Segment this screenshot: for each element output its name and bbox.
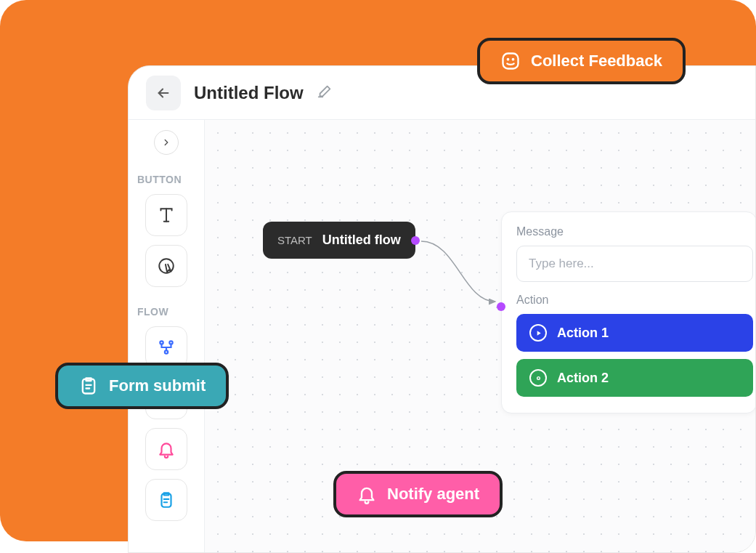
sidebar-item-form[interactable]	[145, 479, 187, 521]
pencil-icon	[317, 84, 333, 100]
flow-title: Untitled Flow	[194, 83, 304, 103]
message-label: Message	[516, 225, 753, 238]
action-1-label: Action 1	[557, 326, 609, 341]
sidebar-item-text[interactable]	[145, 194, 187, 236]
sidebar-collapse-button[interactable]	[154, 130, 179, 155]
chip-label: Collect Feedback	[531, 52, 662, 70]
sidebar-item-notify[interactable]	[145, 428, 187, 470]
action-2-button[interactable]: Action 2	[516, 359, 753, 397]
smiley-icon	[500, 51, 521, 71]
notify-agent-chip[interactable]: Notify agent	[333, 471, 503, 517]
sidebar-item-cursor[interactable]	[145, 245, 187, 287]
back-button[interactable]	[146, 76, 181, 110]
edit-title-button[interactable]	[317, 84, 333, 102]
connector-line	[420, 240, 500, 312]
action-label: Action	[516, 294, 753, 307]
chip-label: Form submit	[109, 376, 206, 395]
chip-label: Notify agent	[387, 485, 479, 504]
node-output-port[interactable]	[411, 236, 420, 245]
svg-rect-9	[503, 54, 519, 69]
chevron-right-icon	[161, 137, 171, 148]
form-submit-chip[interactable]: Form submit	[55, 363, 229, 409]
target-icon	[529, 369, 547, 387]
start-node[interactable]: START Untitled flow	[263, 222, 415, 259]
bell-icon	[357, 484, 377, 504]
arrow-left-icon	[155, 85, 171, 101]
start-tag: START	[277, 234, 312, 246]
action-1-button[interactable]: Action 1	[516, 314, 753, 352]
cursor-icon	[157, 257, 176, 275]
svg-point-11	[513, 59, 513, 60]
sidebar-section-flow: FLOW	[137, 306, 195, 318]
sidebar: BUTTON FLOW	[129, 120, 205, 552]
action-2-label: Action 2	[557, 371, 609, 386]
text-icon	[157, 206, 176, 225]
sidebar-section-button: BUTTON	[137, 174, 195, 185]
svg-point-8	[537, 376, 540, 379]
message-action-panel[interactable]: Message Action Action 1 Action 2	[501, 211, 756, 413]
play-icon	[529, 324, 547, 342]
clipboard-icon	[157, 491, 176, 509]
node-input-port[interactable]	[497, 302, 505, 311]
collect-feedback-chip[interactable]: Collect Feedback	[477, 38, 686, 84]
bell-icon	[157, 440, 176, 459]
start-flow-name: Untitled flow	[322, 233, 401, 248]
clipboard-icon	[78, 376, 99, 396]
message-input[interactable]	[516, 246, 753, 282]
svg-point-10	[508, 59, 508, 60]
branch-icon	[157, 338, 176, 357]
